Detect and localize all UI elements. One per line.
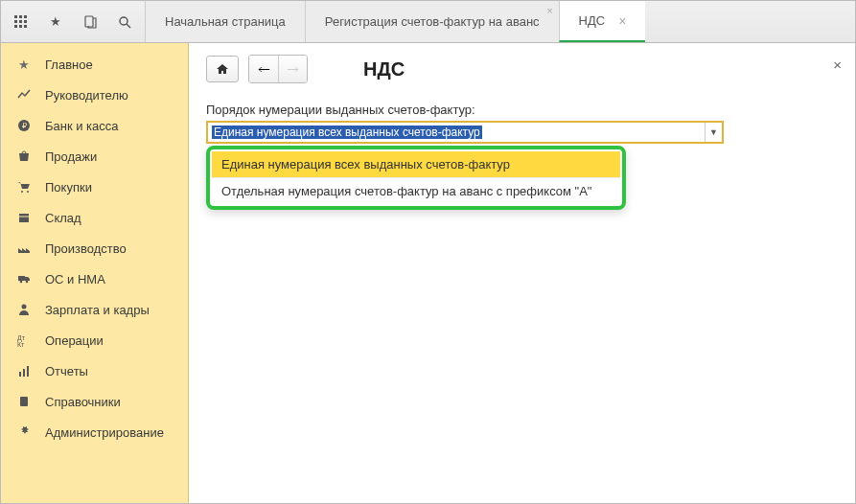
sidebar-item-label: Банк и касса xyxy=(45,119,119,133)
sidebar-item-label: ОС и НМА xyxy=(45,272,105,286)
close-icon[interactable]: × xyxy=(833,57,842,73)
svg-point-10 xyxy=(120,17,127,25)
sidebar-item-production[interactable]: Производство xyxy=(1,233,188,263)
truck-icon xyxy=(16,271,32,286)
field-label: Порядок нумерации выданных счетов-фактур… xyxy=(206,103,838,117)
report-icon xyxy=(16,363,32,378)
svg-line-11 xyxy=(127,24,130,28)
sidebar-item-label: Администрирование xyxy=(45,425,164,440)
bag-icon xyxy=(16,149,32,164)
tab-nds[interactable]: НДС × xyxy=(559,1,646,42)
svg-point-15 xyxy=(27,191,29,193)
nav-arrows: 🡐 🡒 xyxy=(248,55,308,83)
chart-icon xyxy=(16,87,32,103)
svg-rect-8 xyxy=(24,25,27,28)
svg-rect-3 xyxy=(14,20,17,23)
svg-rect-18 xyxy=(18,276,25,281)
tab-label: Регистрация счетов-фактур на аванс xyxy=(325,14,540,29)
sidebar-item-sales[interactable]: Продажи xyxy=(1,141,188,172)
sidebar-item-label: Производство xyxy=(45,241,127,256)
star-icon: ★ xyxy=(16,57,32,72)
sidebar-item-catalogs[interactable]: Справочники xyxy=(1,386,188,417)
svg-rect-6 xyxy=(14,25,17,28)
svg-text:Кт: Кт xyxy=(17,341,25,347)
sidebar-item-purchases[interactable]: Покупки xyxy=(1,172,188,202)
svg-point-19 xyxy=(20,281,23,284)
svg-rect-1 xyxy=(19,15,22,18)
book-icon xyxy=(16,394,32,409)
tabs-bar: Начальная страница Регистрация счетов-фа… xyxy=(145,1,855,42)
back-button[interactable]: 🡐 xyxy=(249,56,278,82)
sidebar-item-label: Главное xyxy=(45,57,93,72)
svg-point-14 xyxy=(21,191,23,193)
svg-point-20 xyxy=(26,281,29,284)
cart-icon xyxy=(16,179,32,195)
star-icon[interactable]: ★ xyxy=(41,8,70,36)
tab-label: Начальная страница xyxy=(165,14,286,29)
svg-rect-26 xyxy=(27,366,29,377)
content-area: × 🡐 🡒 НДС Порядок нумерации выданных сче… xyxy=(189,43,855,503)
tab-start[interactable]: Начальная страница xyxy=(145,1,305,42)
sidebar-item-bank[interactable]: ₽Банк и касса xyxy=(1,110,188,141)
sidebar-item-label: Операции xyxy=(45,333,104,348)
close-icon[interactable]: × xyxy=(546,5,552,16)
svg-rect-0 xyxy=(14,15,17,18)
dropdown-option[interactable]: Единая нумерация всех выданных счетов-фа… xyxy=(212,151,620,177)
sidebar-item-operations[interactable]: ДтКтОперации xyxy=(1,325,188,355)
sidebar-item-label: Зарплата и кадры xyxy=(45,303,150,317)
svg-rect-7 xyxy=(19,25,22,28)
svg-rect-27 xyxy=(20,397,28,406)
dropdown-panel: Единая нумерация всех выданных счетов-фа… xyxy=(206,146,626,210)
combobox-text: Единая нумерация всех выданных счетов-фа… xyxy=(208,123,705,142)
sidebar-item-reports[interactable]: Отчеты xyxy=(1,355,188,386)
sidebar-item-label: Продажи xyxy=(45,149,97,164)
svg-point-21 xyxy=(22,305,27,309)
sidebar-item-admin[interactable]: Администрирование xyxy=(1,417,188,447)
svg-rect-2 xyxy=(24,15,27,18)
gear-icon xyxy=(16,424,32,440)
factory-icon xyxy=(16,241,32,256)
svg-text:₽: ₽ xyxy=(22,122,27,130)
box-icon xyxy=(16,210,32,225)
sidebar-item-label: Руководителю xyxy=(45,88,128,103)
home-button[interactable] xyxy=(206,56,239,82)
sidebar-item-label: Покупки xyxy=(45,180,92,195)
close-icon[interactable]: × xyxy=(618,13,626,29)
forward-button[interactable]: 🡒 xyxy=(278,56,307,82)
search-icon[interactable] xyxy=(110,8,139,36)
svg-rect-16 xyxy=(19,214,29,222)
sidebar: ★Главное Руководителю ₽Банк и касса Прод… xyxy=(1,43,189,503)
page-title: НДС xyxy=(363,58,405,80)
sidebar-item-label: Склад xyxy=(45,211,81,225)
svg-rect-24 xyxy=(19,372,21,377)
sidebar-item-label: Справочники xyxy=(45,395,121,409)
svg-rect-9 xyxy=(85,16,93,27)
chevron-down-icon[interactable]: ▼ xyxy=(705,123,722,142)
content-toolbar: 🡐 🡒 НДС xyxy=(206,55,838,83)
tab-label: НДС xyxy=(579,13,606,28)
sidebar-item-main[interactable]: ★Главное xyxy=(1,49,188,80)
sidebar-item-hr[interactable]: Зарплата и кадры xyxy=(1,294,188,325)
ruble-icon: ₽ xyxy=(16,118,32,133)
topbar: ★ Начальная страница Регистрация счетов-… xyxy=(1,1,855,43)
tab-registration[interactable]: Регистрация счетов-фактур на аванс × xyxy=(305,1,559,42)
svg-rect-5 xyxy=(24,20,27,23)
tool-strip: ★ xyxy=(1,1,145,42)
svg-rect-4 xyxy=(19,20,22,23)
sidebar-item-assets[interactable]: ОС и НМА xyxy=(1,263,188,294)
svg-rect-25 xyxy=(23,369,25,377)
person-icon xyxy=(16,302,32,317)
sidebar-item-label: Отчеты xyxy=(45,364,88,378)
combobox-value: Единая нумерация всех выданных счетов-фа… xyxy=(212,126,482,139)
numbering-combobox[interactable]: Единая нумерация всех выданных счетов-фа… xyxy=(206,121,724,144)
ops-icon: ДтКт xyxy=(16,332,32,348)
sidebar-item-manager[interactable]: Руководителю xyxy=(1,80,188,110)
history-icon[interactable] xyxy=(76,8,104,36)
dropdown-option[interactable]: Отдельная нумерация счетов-фактур на ава… xyxy=(212,177,620,204)
sidebar-item-warehouse[interactable]: Склад xyxy=(1,202,188,233)
apps-icon[interactable] xyxy=(7,8,35,36)
main-area: ★Главное Руководителю ₽Банк и касса Прод… xyxy=(1,43,855,503)
